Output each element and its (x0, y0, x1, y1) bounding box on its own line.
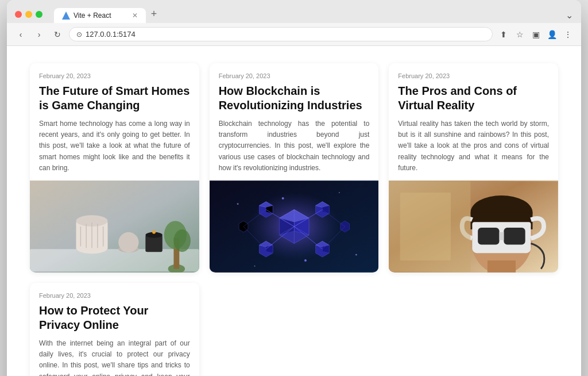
tab-title: Vite + React (74, 11, 129, 20)
profile-icon[interactable]: 👤 (546, 28, 558, 41)
bookmark-icon[interactable]: ☆ (513, 28, 526, 41)
card-content: February 20, 2023 How to Protect Your Pr… (30, 283, 199, 376)
card-excerpt: Virtual reality has taken the tech world… (398, 118, 549, 174)
card-title: The Future of Smart Homes is Game Changi… (39, 84, 190, 113)
minimize-button[interactable] (25, 11, 32, 18)
card-excerpt: With the internet being an integral part… (39, 338, 190, 376)
card-content: February 20, 2023 The Pros and Cons of V… (389, 63, 558, 181)
svg-point-55 (339, 192, 340, 193)
card-blockchain[interactable]: February 20, 2023 How Blockchain is Revo… (210, 63, 379, 273)
svg-point-11 (118, 232, 138, 252)
toolbar: ‹ › ↻ ⊙ 127.0.0.1:5174 ⬆ ☆ ▣ 👤 ⋮ (7, 23, 581, 46)
card-excerpt: Smart home technology has come a long wa… (39, 118, 190, 174)
svg-rect-64 (504, 228, 525, 244)
maximize-button[interactable] (36, 11, 42, 18)
card-date: February 20, 2023 (398, 72, 549, 79)
card-image-blockchain (210, 181, 379, 273)
svg-point-14 (152, 231, 156, 234)
card-vr[interactable]: February 20, 2023 The Pros and Cons of V… (389, 63, 558, 273)
menu-icon[interactable]: ⋮ (562, 28, 574, 41)
reload-button[interactable]: ↻ (51, 28, 64, 41)
card-title: How Blockchain is Revolutionizing Indust… (219, 84, 370, 113)
new-tab-button[interactable]: + (146, 6, 162, 22)
address-bar[interactable]: ⊙ 127.0.0.1:5174 (69, 27, 493, 41)
svg-point-18 (173, 229, 190, 252)
share-icon[interactable]: ⬆ (497, 28, 510, 41)
url-text: 127.0.0.1:5174 (86, 30, 136, 39)
card-privacy[interactable]: February 20, 2023 How to Protect Your Pr… (30, 283, 199, 376)
lock-icon: ⊙ (76, 30, 82, 39)
tab-favicon (62, 11, 70, 20)
svg-point-50 (281, 197, 284, 199)
card-title: How to Protect Your Privacy Online (39, 304, 190, 332)
svg-rect-67 (400, 193, 451, 260)
blog-grid-top: February 20, 2023 The Future of Smart Ho… (30, 63, 558, 273)
card-title: The Pros and Cons of Virtual Reality (398, 84, 549, 113)
svg-rect-58 (488, 260, 516, 273)
back-button[interactable]: ‹ (14, 28, 28, 41)
svg-point-52 (237, 203, 238, 205)
svg-rect-65 (500, 232, 504, 240)
forward-button[interactable]: › (32, 28, 46, 41)
browser-window: Vite + React ✕ + ⌄ ‹ › ↻ ⊙ 127.0.0.1:517… (7, 0, 581, 376)
card-content: February 20, 2023 How Blockchain is Revo… (210, 63, 379, 181)
svg-point-53 (355, 254, 357, 256)
tab-close-icon[interactable]: ✕ (132, 12, 138, 19)
card-image-smarthome (30, 181, 199, 273)
page-content: February 20, 2023 The Future of Smart Ho… (7, 46, 581, 376)
card-excerpt: Blockchain technology has the potential … (219, 118, 370, 174)
traffic-lights (15, 11, 42, 18)
active-tab[interactable]: Vite + React ✕ (54, 8, 146, 23)
close-button[interactable] (15, 11, 22, 18)
tab-overflow-button[interactable]: ⌄ (566, 10, 573, 23)
svg-point-54 (254, 266, 255, 267)
card-image-vr (389, 181, 558, 273)
card-date: February 20, 2023 (39, 72, 190, 79)
card-date: February 20, 2023 (39, 292, 190, 299)
titlebar: Vite + React ✕ + ⌄ (7, 0, 581, 23)
card-smart-homes[interactable]: February 20, 2023 The Future of Smart Ho… (30, 63, 199, 273)
tab-bar: Vite + React ✕ + ⌄ (54, 6, 573, 23)
svg-point-51 (304, 259, 307, 262)
blog-grid-bottom: February 20, 2023 How to Protect Your Pr… (30, 283, 558, 376)
card-content: February 20, 2023 The Future of Smart Ho… (30, 63, 199, 181)
svg-rect-63 (478, 228, 500, 244)
card-date: February 20, 2023 (219, 72, 370, 79)
toolbar-actions: ⬆ ☆ ▣ 👤 ⋮ (497, 28, 574, 41)
tab-view-icon[interactable]: ▣ (529, 28, 542, 41)
